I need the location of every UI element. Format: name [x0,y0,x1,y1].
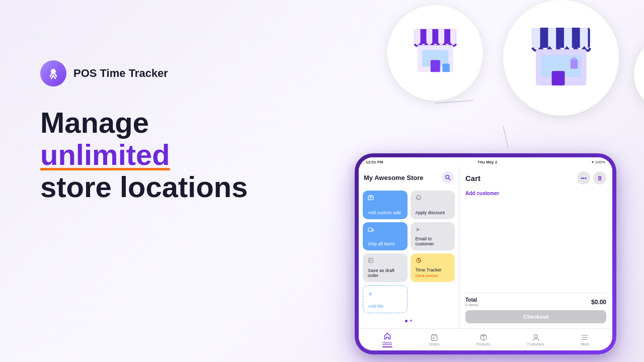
tile-label-email: Email to customer [416,236,450,246]
nav-label-products: Products [476,342,491,346]
svg-rect-19 [580,28,588,48]
headline-line2: unlimited [40,139,282,171]
nav-item-more[interactable]: More [581,333,589,346]
svg-rect-16 [532,28,540,48]
nav-item-customers[interactable]: Customers [527,333,544,346]
svg-rect-45 [369,258,373,263]
tile-label-ship: Ship all items [368,241,403,246]
svg-rect-13 [431,60,440,72]
logo-icon [40,60,66,86]
status-time: 12:01 PM [366,160,383,164]
total-row: Total 0 items $0.00 [465,297,606,307]
dot-plus: + [410,318,412,323]
app-name: POS Time Tracker [73,67,168,80]
wifi-icon: ▾ [592,160,594,164]
total-label-group: Total 0 items [465,297,478,307]
tile-email-customer[interactable]: ➤ Email to customer [411,222,455,251]
status-bar: 12:01 PM Thu May 2 ▾ 100% [359,157,612,166]
headline-line1: Manage [40,107,282,139]
logo-row: POS Time Tracker [40,60,282,86]
svg-rect-18 [564,28,572,48]
store-title-row: My Awesome Store [363,171,455,184]
tablet-device: 12:01 PM Thu May 2 ▾ 100% My Awesome Sto… [355,153,616,354]
svg-rect-49 [432,335,437,340]
nav-label-customers: Customers [527,342,544,346]
svg-rect-7 [414,29,420,44]
search-button[interactable] [442,171,454,184]
cart-action-buttons: ••• 🗑 [577,171,606,185]
svg-line-34 [449,178,450,180]
tablet-screen: 12:01 PM Thu May 2 ▾ 100% My Awesome Sto… [359,157,612,350]
nav-label-home: Home [382,341,392,345]
checkout-button[interactable]: Checkout [465,310,606,323]
tile-add-custom-sale[interactable]: Add custom sale [363,191,408,219]
tile-icon-email: ➤ [416,226,450,233]
svg-point-44 [371,231,372,232]
tile-save-draft[interactable]: Save as draft order [363,253,408,282]
cart-empty-space [465,196,606,289]
svg-point-43 [369,231,370,232]
headline-line3: store locations [40,171,282,203]
cart-header: Cart ••• 🗑 [465,171,606,185]
total-amount: $0.00 [591,299,606,306]
svg-text:⚙: ⚙ [417,197,420,200]
store-bubble-left [387,5,483,101]
tile-time-tracker[interactable]: Time Tracker Click In/Out [411,253,455,282]
svg-line-46 [370,259,371,260]
nav-label-orders: Orders [429,342,440,346]
tile-ship-all[interactable]: Ship all items [363,222,408,251]
svg-rect-10 [450,29,456,44]
tile-label-tracker: Time Tracker [416,267,450,273]
svg-rect-17 [548,28,556,48]
svg-line-47 [369,261,371,262]
dot-1 [405,320,408,322]
headline: Manage unlimited store locations [40,107,282,203]
svg-rect-6 [414,29,456,44]
cart-more-button[interactable]: ••• [577,171,590,185]
tiles-grid: Add custom sale ⚙ Apply discount [363,191,455,313]
status-date: Thu May 2 [477,160,497,164]
tile-label-add-custom: Add custom sale [368,210,403,215]
store-bubbles-area [262,0,644,156]
battery-text: 100% [595,160,605,164]
add-customer-link[interactable]: Add customer [465,191,606,196]
svg-rect-23 [571,59,578,69]
svg-point-54 [534,334,537,337]
tile-icon-draft [368,257,403,264]
tile-label-add: Add tile [368,304,402,309]
status-indicators: ▾ 100% [592,160,605,164]
tile-icon-discount: ⚙ [416,195,450,202]
cart-delete-button[interactable]: 🗑 [593,171,606,185]
svg-rect-9 [438,29,444,44]
tile-icon-ship [368,226,403,233]
bottom-nav: Home Orders [359,328,612,350]
tile-label-discount: Apply discount [416,210,450,215]
svg-line-2 [53,75,55,78]
left-section: POS Time Tracker Manage unlimited store … [40,60,282,203]
products-panel: My Awesome Store [359,166,459,328]
svg-rect-42 [368,228,372,231]
store-bubble-right [634,35,644,113]
cart-title: Cart [465,174,480,183]
nav-label-more: More [581,342,589,346]
store-bubble-center [503,0,619,116]
items-count: 0 items [465,303,478,307]
nav-item-orders[interactable]: Orders [429,333,440,346]
tablet-frame: 12:01 PM Thu May 2 ▾ 100% My Awesome Sto… [355,153,616,354]
app-content: My Awesome Store [359,166,612,328]
svg-line-5 [503,126,508,148]
svg-rect-8 [426,29,432,44]
tile-sublabel-tracker: Click In/Out [416,274,450,278]
nav-item-home[interactable]: Home [382,332,392,347]
tile-icon-tracker [416,257,450,264]
tile-add-new[interactable]: + Add tile [363,285,408,314]
svg-rect-14 [442,63,449,72]
tile-apply-discount[interactable]: ⚙ Apply discount [411,191,455,219]
page-dots: + [363,318,455,323]
cart-panel: Cart ••• 🗑 Add customer Total 0 items [459,166,612,328]
nav-active-indicator [382,346,392,347]
tile-label-draft: Save as draft order [368,268,403,278]
nav-item-products[interactable]: Products [476,333,491,346]
svg-line-3 [435,101,473,103]
tile-icon-add-custom [368,195,403,202]
